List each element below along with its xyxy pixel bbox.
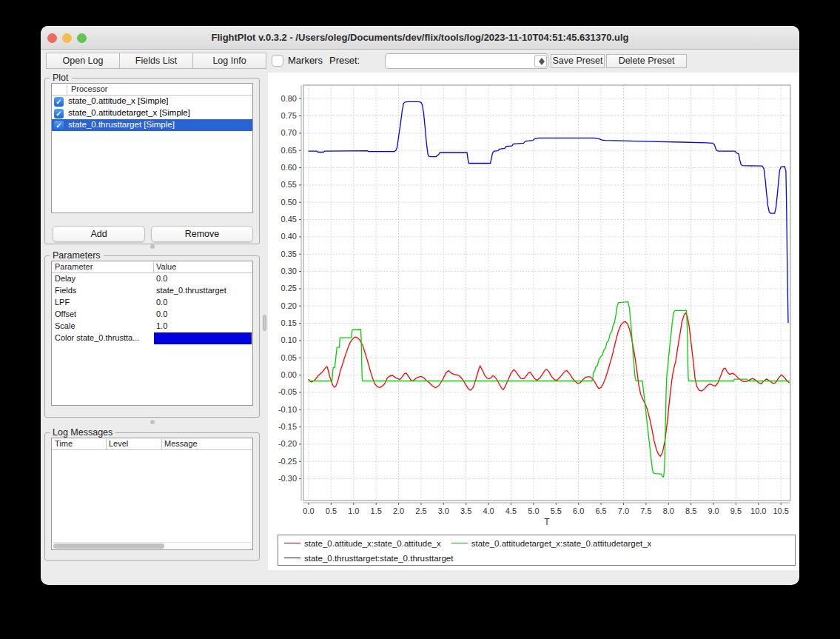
parameter-value: 1.0 xyxy=(156,321,167,330)
svg-text:7.0: 7.0 xyxy=(618,506,629,515)
svg-text:5.5: 5.5 xyxy=(551,506,562,515)
svg-text:0.70: 0.70 xyxy=(281,128,297,137)
processor-checkbox[interactable]: ✓ xyxy=(54,109,64,118)
legend-row: state_0.thrusttarget:state_0.thrusttarge… xyxy=(278,550,795,565)
chart-legend: state_0.attitude_x:state_0.attitude_xsta… xyxy=(278,535,796,566)
parameter-name: Color state_0.thrustta... xyxy=(55,333,139,342)
parameter-row[interactable]: Fieldsstate_0.thrusttarget xyxy=(52,285,252,297)
parameter-row[interactable]: Scale1.0 xyxy=(52,321,252,332)
value-column-header: Value xyxy=(156,262,176,271)
processor-label: state_0.attitudetarget_x [Simple] xyxy=(68,108,190,117)
chart-panel: 0.00.51.01.52.02.53.03.54.04.55.05.56.06… xyxy=(268,73,799,570)
parameter-value: 0.0 xyxy=(156,310,167,318)
legend-line-sample-icon xyxy=(284,558,300,558)
legend-row: state_0.attitude_x:state_0.attitude_xsta… xyxy=(278,535,795,550)
parameter-value: 0.0 xyxy=(156,298,167,307)
parameter-name: Scale xyxy=(55,321,75,330)
svg-text:-0.05: -0.05 xyxy=(278,387,297,396)
svg-text:7.5: 7.5 xyxy=(640,506,651,515)
horizontal-splitter-grip[interactable] xyxy=(150,420,155,424)
legend-item: state_0.attitudetarget_x:state_0.attitud… xyxy=(451,535,652,550)
svg-text:0.15: 0.15 xyxy=(281,318,297,327)
parameter-name: Fields xyxy=(55,286,76,295)
log-messages-group: Log Messages Time Level Message xyxy=(44,427,260,561)
svg-text:0.45: 0.45 xyxy=(281,215,297,224)
svg-text:0.50: 0.50 xyxy=(281,198,297,207)
log-info-button[interactable]: Log Info xyxy=(192,53,266,69)
svg-text:0.80: 0.80 xyxy=(281,94,297,103)
svg-text:2.5: 2.5 xyxy=(415,506,426,515)
vertical-splitter-grip[interactable] xyxy=(263,315,266,331)
svg-text:-0.20: -0.20 xyxy=(278,439,297,448)
svg-text:9.5: 9.5 xyxy=(730,506,742,515)
svg-text:4.0: 4.0 xyxy=(483,506,494,515)
preset-combobox-value xyxy=(390,54,531,68)
parameters-table[interactable]: Parameter Value Delay0.0Fieldsstate_0.th… xyxy=(51,261,253,406)
svg-text:5.0: 5.0 xyxy=(528,506,539,515)
parameters-group-title: Parameters xyxy=(50,250,104,261)
legend-label: state_0.attitudetarget_x:state_0.attitud… xyxy=(471,539,652,548)
processor-checkbox[interactable]: ✓ xyxy=(54,97,64,107)
parameter-value: state_0.thrusttarget xyxy=(156,286,226,295)
add-button[interactable]: Add xyxy=(53,226,145,242)
svg-text:0.20: 0.20 xyxy=(281,301,297,310)
svg-text:0.00: 0.00 xyxy=(281,370,297,379)
svg-text:T: T xyxy=(544,517,550,527)
save-preset-button[interactable]: Save Preset xyxy=(551,54,605,68)
svg-text:-0.30: -0.30 xyxy=(278,474,297,483)
title-bar[interactable]: FlightPlot v.0.3.2 - /Users/oleg/Documen… xyxy=(41,26,799,50)
parameter-row[interactable]: Delay0.0 xyxy=(52,273,252,285)
svg-text:0.55: 0.55 xyxy=(281,180,297,189)
parameter-name: Delay xyxy=(55,274,75,283)
processor-label: state_0.attitude_x [Simple] xyxy=(68,96,169,105)
svg-text:0.5: 0.5 xyxy=(326,506,337,515)
legend-item: state_0.attitude_x:state_0.attitude_x xyxy=(284,535,441,550)
time-column-header: Time xyxy=(55,439,73,448)
remove-button[interactable]: Remove xyxy=(151,226,253,242)
delete-preset-button[interactable]: Delete Preset xyxy=(606,54,687,68)
legend-line-sample-icon xyxy=(451,543,468,543)
processor-list[interactable]: Processor ✓state_0.attitude_x [Simple]✓s… xyxy=(51,83,253,213)
flight-data-chart[interactable]: 0.00.51.01.52.02.53.03.54.04.55.05.56.06… xyxy=(268,73,799,532)
legend-label: state_0.attitude_x:state_0.attitude_x xyxy=(304,539,441,548)
chevron-down-icon xyxy=(539,61,545,65)
svg-text:10.0: 10.0 xyxy=(750,506,766,515)
processor-label: state_0.thrusttarget [Simple] xyxy=(68,120,175,129)
svg-text:6.0: 6.0 xyxy=(573,506,584,515)
svg-text:0.0: 0.0 xyxy=(303,506,314,515)
svg-text:0.25: 0.25 xyxy=(281,284,297,292)
svg-text:0.65: 0.65 xyxy=(281,146,297,155)
parameter-value: 0.0 xyxy=(156,274,167,283)
svg-text:-0.10: -0.10 xyxy=(278,405,297,414)
svg-text:8.5: 8.5 xyxy=(685,506,696,515)
parameter-row[interactable]: LPF0.0 xyxy=(52,297,252,309)
message-column-header: Message xyxy=(164,439,198,448)
combobox-stepper-icon[interactable] xyxy=(534,55,547,67)
log-messages-table[interactable]: Time Level Message xyxy=(51,438,253,550)
processor-row[interactable]: ✓state_0.thrusttarget [Simple] xyxy=(52,119,252,131)
log-messages-table-header: Time Level Message xyxy=(52,438,252,450)
svg-text:10.5: 10.5 xyxy=(773,506,788,515)
horizontal-splitter-grip[interactable] xyxy=(150,244,155,249)
horizontal-scrollbar[interactable] xyxy=(53,542,252,549)
preset-combobox[interactable] xyxy=(385,53,548,69)
processor-row[interactable]: ✓state_0.attitudetarget_x [Simple] xyxy=(52,107,252,119)
fields-list-button[interactable]: Fields List xyxy=(119,53,193,69)
plot-group-title: Plot xyxy=(50,73,72,83)
svg-text:1.5: 1.5 xyxy=(371,506,382,515)
svg-text:0.05: 0.05 xyxy=(281,353,297,362)
parameter-row[interactable]: Offset0.0 xyxy=(52,309,252,321)
parameter-name: LPF xyxy=(55,298,70,307)
parameter-row[interactable]: Color state_0.thrustta... xyxy=(52,332,252,344)
processor-row[interactable]: ✓state_0.attitude_x [Simple] xyxy=(52,96,252,107)
plot-group: Plot Processor ✓state_0.attitude_x [Simp… xyxy=(44,73,260,244)
svg-text:3.0: 3.0 xyxy=(438,506,449,515)
processor-checkbox[interactable]: ✓ xyxy=(54,121,64,130)
color-swatch[interactable] xyxy=(154,332,252,344)
svg-text:3.5: 3.5 xyxy=(460,506,471,515)
open-log-button[interactable]: Open Log xyxy=(46,53,120,69)
scrollbar-thumb[interactable] xyxy=(53,543,164,549)
svg-text:-0.15: -0.15 xyxy=(278,422,297,431)
legend-item: state_0.thrusttarget:state_0.thrusttarge… xyxy=(284,550,453,565)
markers-checkbox[interactable] xyxy=(272,55,283,67)
